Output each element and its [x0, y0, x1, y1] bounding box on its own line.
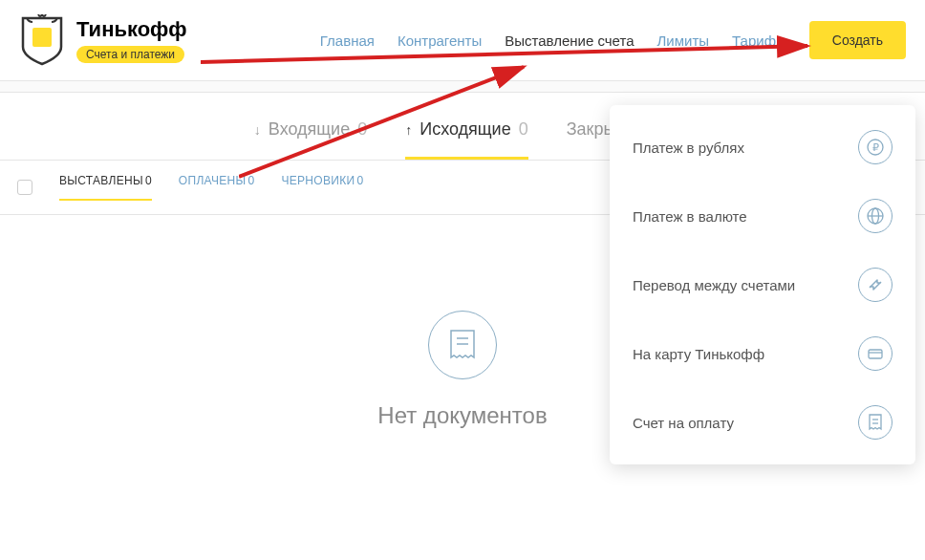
logo-title: Тинькофф — [76, 17, 187, 42]
dropdown-label: Счет на оплату — [633, 415, 734, 431]
header: Тинькофф Счета и платежи Главная Контраг… — [0, 0, 925, 81]
logo-text-block: Тинькофф Счета и платежи — [76, 17, 187, 63]
tab-incoming-count: 0 — [357, 119, 367, 140]
create-button[interactable]: Создать — [809, 21, 906, 59]
dropdown-to-card[interactable]: На карту Тинькофф — [610, 319, 915, 388]
tab-incoming[interactable]: ↓ Входящие 0 — [254, 119, 367, 160]
dropdown-invoice[interactable]: Счет на оплату — [610, 388, 915, 457]
nav-invoicing[interactable]: Выставление счета — [505, 32, 634, 49]
svg-rect-8 — [869, 350, 882, 358]
dropdown-label: Платеж в валюте — [633, 208, 747, 225]
transfer-icon — [858, 268, 893, 302]
arrow-down-icon: ↓ — [254, 122, 261, 138]
ruble-icon: ₽ — [858, 130, 893, 164]
subtab-drafts-count: 0 — [356, 174, 363, 187]
tab-outgoing-label: Исходящие — [419, 119, 510, 140]
logo-badge: Счета и платежи — [76, 46, 184, 63]
dropdown-payment-rub[interactable]: Платеж в рублях ₽ — [610, 113, 915, 182]
create-dropdown: Платеж в рублях ₽ Платеж в валюте Перево… — [610, 105, 915, 464]
subtab-paid-label: ОПЛАЧЕНЫ — [179, 174, 247, 187]
subtab-paid-count: 0 — [247, 174, 254, 187]
dropdown-label: Платеж в рублях — [633, 140, 744, 156]
subtab-issued-count: 0 — [145, 174, 152, 187]
logo-shield-icon — [19, 14, 65, 66]
subtab-drafts-label: ЧЕРНОВИКИ — [281, 174, 355, 187]
dropdown-label: Перевод между счетами — [633, 277, 795, 293]
tab-outgoing[interactable]: ↑ Исходящие 0 — [405, 119, 528, 160]
globe-icon — [858, 199, 893, 233]
empty-icon-circle — [428, 311, 497, 379]
subtab-paid[interactable]: ОПЛАЧЕНЫ0 — [179, 174, 255, 201]
tab-outgoing-count: 0 — [519, 119, 528, 140]
nav-counterparties[interactable]: Контрагенты — [398, 32, 482, 49]
subtab-issued[interactable]: ВЫСТАВЛЕНЫ0 — [59, 174, 152, 201]
empty-title: Нет документов — [377, 402, 547, 429]
dropdown-label: На карту Тинькофф — [633, 346, 764, 362]
card-icon — [858, 336, 893, 371]
subheader-strip — [0, 81, 925, 93]
nav-limits[interactable]: Лимиты — [657, 32, 710, 49]
logo-block: Тинькофф Счета и платежи — [19, 14, 187, 66]
svg-rect-0 — [32, 28, 52, 47]
subtab-issued-label: ВЫСТАВЛЕНЫ — [59, 174, 143, 187]
dropdown-transfer[interactable]: Перевод между счетами — [610, 250, 915, 319]
svg-text:₽: ₽ — [872, 141, 879, 153]
main-nav: Главная Контрагенты Выставление счета Ли… — [320, 21, 906, 59]
receipt-icon — [449, 329, 476, 361]
arrow-up-icon: ↑ — [405, 122, 412, 138]
subtab-drafts[interactable]: ЧЕРНОВИКИ0 — [281, 174, 363, 201]
select-all-checkbox[interactable] — [17, 180, 32, 195]
dropdown-payment-currency[interactable]: Платеж в валюте — [610, 182, 915, 250]
nav-tariffs[interactable]: Тарифы — [732, 32, 786, 49]
tab-incoming-label: Входящие — [269, 119, 350, 140]
nav-main[interactable]: Главная — [320, 32, 375, 49]
receipt-small-icon — [858, 405, 893, 440]
